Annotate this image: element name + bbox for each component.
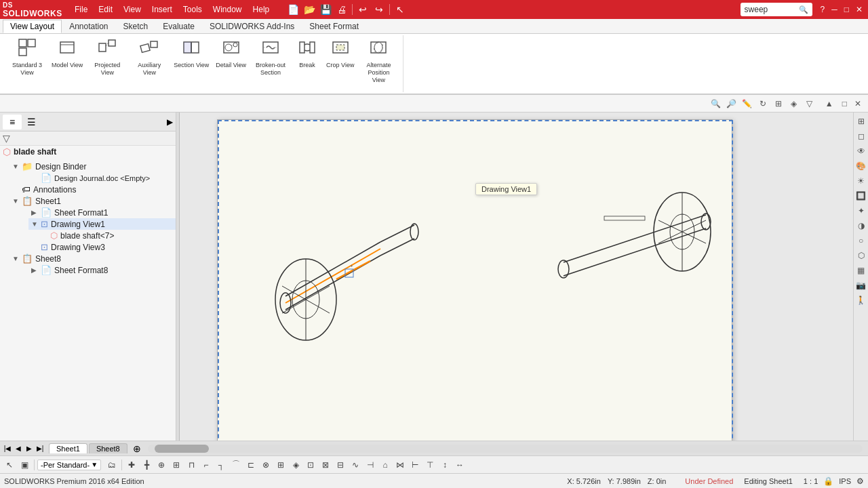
tab-sheet8[interactable]: Sheet8 xyxy=(89,443,127,453)
menu-tools[interactable]: Tools xyxy=(178,3,208,16)
search-input[interactable] xyxy=(745,5,799,14)
menu-view[interactable]: View xyxy=(118,3,146,16)
display-style-icon[interactable]: ◻ xyxy=(855,130,867,142)
h-scrollbar[interactable] xyxy=(148,445,863,453)
crop-view-button[interactable]: Crop View xyxy=(323,37,357,70)
snap-tool-12[interactable]: ◈ xyxy=(289,458,302,472)
snap-tool-16[interactable]: ∿ xyxy=(349,458,362,472)
realview-icon[interactable]: ✦ xyxy=(855,205,867,217)
view-tool-2[interactable]: 🔎 xyxy=(725,97,738,110)
view-tool-7[interactable]: ▽ xyxy=(803,97,816,110)
snap-tool-3[interactable]: ⊕ xyxy=(155,458,168,472)
view-orientation-icon[interactable]: ⊞ xyxy=(855,115,867,127)
snap-tool-15[interactable]: ⊟ xyxy=(334,458,347,472)
snap-tool-20[interactable]: ⊢ xyxy=(408,458,422,472)
tree-root[interactable]: ⬡ blade shaft xyxy=(0,146,176,158)
snap-tool-13[interactable]: ⊡ xyxy=(304,458,317,472)
perspective-icon[interactable]: ⬡ xyxy=(855,249,867,262)
camera-icon[interactable]: 📷 xyxy=(855,279,867,291)
auxiliary-view-button[interactable]: Auxiliary View xyxy=(129,37,170,78)
edit-appearance-icon[interactable]: 🎨 xyxy=(855,160,867,172)
drawing-canvas[interactable]: + Drawing View1 xyxy=(180,113,868,441)
menu-file[interactable]: File xyxy=(69,3,93,16)
snap-tool-23[interactable]: ↔ xyxy=(453,458,467,472)
snap-tool-1[interactable]: ✚ xyxy=(125,458,138,472)
shadows-icon[interactable]: ◑ xyxy=(855,220,867,232)
tree-item-annotations[interactable]: 🏷 Annotations xyxy=(9,184,176,195)
snap-tool-7[interactable]: ┐ xyxy=(214,458,228,472)
properties-tab-icon[interactable]: ☰ xyxy=(22,115,41,129)
snap-tool-2[interactable]: ╋ xyxy=(140,458,153,472)
tree-item-blade-shaft[interactable]: ⬡ blade shaft<7> xyxy=(38,230,176,241)
model-view-button[interactable]: Model View xyxy=(49,37,85,70)
snap-tool-21[interactable]: ⊤ xyxy=(423,458,437,472)
tree-item-sheet1[interactable]: ▼ 📋 Sheet1 xyxy=(9,195,176,207)
scale-arrow-icon[interactable]: ▼ xyxy=(91,461,98,468)
tree-item-sheet-format1[interactable]: ▶ 📄 Sheet Format1 xyxy=(28,207,176,218)
tab-solidworks-addins[interactable]: SOLIDWORKS Add-Ins xyxy=(202,20,302,33)
snap-tool-10[interactable]: ⊗ xyxy=(259,458,273,472)
open-file-button[interactable]: 📂 xyxy=(302,2,317,17)
scale-dropdown[interactable]: -Per Standard- xyxy=(41,461,90,469)
sheet-first-button[interactable]: |◀ xyxy=(3,444,12,453)
detail-view-button[interactable]: Detail View xyxy=(213,37,249,70)
snap-tool-17[interactable]: ⊣ xyxy=(363,458,377,472)
snap-tool-9[interactable]: ⊏ xyxy=(244,458,258,472)
settings-icon[interactable]: ⚙ xyxy=(856,476,864,486)
search-icon[interactable]: 🔍 xyxy=(799,5,808,14)
snap-tool-22[interactable]: ↕ xyxy=(438,458,452,472)
drawing-view1-container[interactable]: + xyxy=(245,174,441,398)
select-tool[interactable]: ▣ xyxy=(18,458,31,472)
sheet-prev-button[interactable]: ◀ xyxy=(14,444,23,453)
section-display-icon[interactable]: ▦ xyxy=(855,264,867,277)
tab-sheet1[interactable]: Sheet1 xyxy=(49,443,87,453)
minimize-button[interactable]: ─ xyxy=(829,5,840,14)
menu-insert[interactable]: Insert xyxy=(146,3,178,16)
snap-tool-8[interactable]: ⌒ xyxy=(229,458,243,472)
tree-item-drawing-view1[interactable]: ▼ ⊡ Drawing View1 xyxy=(28,218,176,230)
sheet-last-button[interactable]: ▶| xyxy=(35,444,45,453)
view-tool-3[interactable]: ✏️ xyxy=(741,97,754,110)
break-button[interactable]: Break xyxy=(292,37,322,70)
snap-tool-18[interactable]: ⌂ xyxy=(378,458,392,472)
view-tool-4[interactable]: ↻ xyxy=(756,97,770,110)
scene-icon[interactable]: ☀ xyxy=(855,175,867,187)
expand-button[interactable]: □ xyxy=(840,99,850,108)
tree-item-design-binder[interactable]: ▼ 📁 Design Binder xyxy=(9,161,176,172)
snap-tool-14[interactable]: ⊠ xyxy=(319,458,332,472)
add-sheet-button[interactable]: ⊕ xyxy=(129,443,145,455)
print-button[interactable]: 🖨 xyxy=(334,2,349,17)
walk-through-icon[interactable]: 🚶 xyxy=(855,294,867,306)
view-tool-6[interactable]: ◈ xyxy=(787,97,801,110)
tab-sketch[interactable]: Sketch xyxy=(116,20,156,33)
undo-button[interactable]: ↩ xyxy=(355,2,370,17)
menu-window[interactable]: Window xyxy=(208,3,248,16)
save-button[interactable]: 💾 xyxy=(318,2,333,17)
expand-panel-button[interactable]: ▶ xyxy=(167,117,173,127)
tree-tab-icon[interactable]: ≡ xyxy=(3,115,22,129)
hide-show-icon[interactable]: 👁 xyxy=(855,145,867,157)
snap-tool-11[interactable]: ⊞ xyxy=(274,458,288,472)
tab-evaluate[interactable]: Evaluate xyxy=(155,20,202,33)
view-tool-1[interactable]: 🔍 xyxy=(709,97,723,110)
close-button[interactable]: ✕ xyxy=(853,5,865,14)
tree-item-sheet8[interactable]: ▼ 📋 Sheet8 xyxy=(9,253,176,264)
alternate-position-view-button[interactable]: Alternate Position View xyxy=(358,37,399,85)
menu-edit[interactable]: Edit xyxy=(93,3,118,16)
snap-tool-19[interactable]: ⋈ xyxy=(393,458,407,472)
view3d-icon[interactable]: 🔲 xyxy=(855,190,867,202)
tab-view-layout[interactable]: View Layout xyxy=(3,20,62,33)
view-tool-5[interactable]: ⊞ xyxy=(772,97,785,110)
close-panel-button[interactable]: ✕ xyxy=(852,99,864,108)
snap-tool-4[interactable]: ⊞ xyxy=(170,458,183,472)
standard-3-view-button[interactable]: Standard 3 View xyxy=(7,37,47,78)
sheet-next-button[interactable]: ▶ xyxy=(24,444,34,453)
section-view-button[interactable]: Section View xyxy=(171,37,212,70)
snap-tool-6[interactable]: ⌐ xyxy=(199,458,213,472)
tree-item-sheet-format8[interactable]: ▶ 📄 Sheet Format8 xyxy=(28,264,176,276)
broken-out-section-button[interactable]: Broken-out Section xyxy=(250,37,291,78)
ambient-occlusion-icon[interactable]: ○ xyxy=(855,235,867,247)
collapse-ribbon-button[interactable]: ▲ xyxy=(821,99,837,108)
help-button[interactable]: ? xyxy=(818,5,828,14)
redo-button[interactable]: ↪ xyxy=(372,2,387,17)
